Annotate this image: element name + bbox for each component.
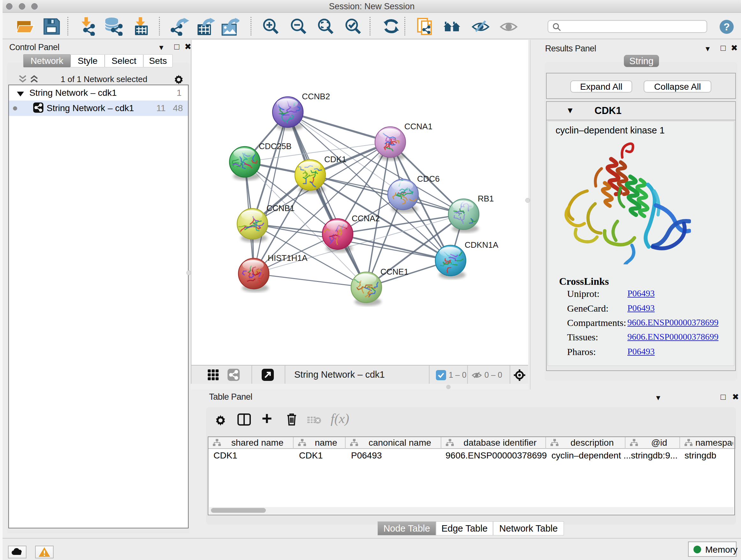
svg-text:?: ? <box>724 21 730 33</box>
svg-text:CCNA2: CCNA2 <box>352 213 380 223</box>
svg-text:CDK1: CDK1 <box>324 154 346 164</box>
svg-text:RB1: RB1 <box>478 194 494 203</box>
svg-text:CDKN1A: CDKN1A <box>465 240 498 250</box>
svg-text:CCNA1: CCNA1 <box>404 122 432 131</box>
svg-text:CCNB2: CCNB2 <box>302 91 330 101</box>
svg-text:CCNE1: CCNE1 <box>381 267 408 276</box>
svg-text:HIST1H1A: HIST1H1A <box>268 253 308 263</box>
svg-text:CCNB1: CCNB1 <box>266 203 294 213</box>
svg-text:CDC6: CDC6 <box>417 174 440 184</box>
svg-text:CDC25B: CDC25B <box>259 141 292 151</box>
